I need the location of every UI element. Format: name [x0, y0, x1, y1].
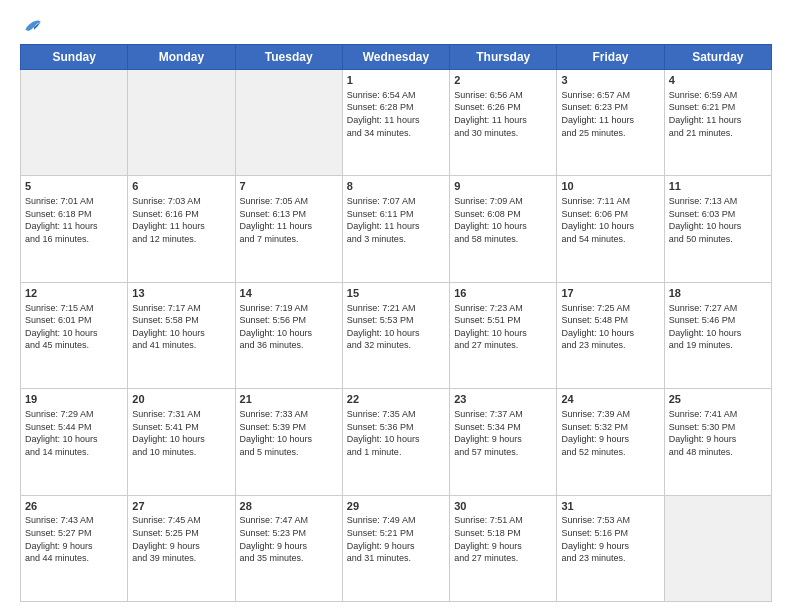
calendar-cell: 18Sunrise: 7:27 AM Sunset: 5:46 PM Dayli… — [664, 282, 771, 388]
calendar-body: 1Sunrise: 6:54 AM Sunset: 6:28 PM Daylig… — [21, 70, 772, 602]
day-number: 14 — [240, 286, 338, 301]
day-number: 31 — [561, 499, 659, 514]
calendar-week-2: 5Sunrise: 7:01 AM Sunset: 6:18 PM Daylig… — [21, 176, 772, 282]
calendar-cell: 28Sunrise: 7:47 AM Sunset: 5:23 PM Dayli… — [235, 495, 342, 601]
calendar-cell: 17Sunrise: 7:25 AM Sunset: 5:48 PM Dayli… — [557, 282, 664, 388]
day-info: Sunrise: 7:03 AM Sunset: 6:16 PM Dayligh… — [132, 195, 230, 245]
day-info: Sunrise: 7:23 AM Sunset: 5:51 PM Dayligh… — [454, 302, 552, 352]
calendar-cell: 27Sunrise: 7:45 AM Sunset: 5:25 PM Dayli… — [128, 495, 235, 601]
calendar: SundayMondayTuesdayWednesdayThursdayFrid… — [20, 44, 772, 602]
calendar-cell: 8Sunrise: 7:07 AM Sunset: 6:11 PM Daylig… — [342, 176, 449, 282]
calendar-cell: 3Sunrise: 6:57 AM Sunset: 6:23 PM Daylig… — [557, 70, 664, 176]
day-info: Sunrise: 7:25 AM Sunset: 5:48 PM Dayligh… — [561, 302, 659, 352]
calendar-cell: 15Sunrise: 7:21 AM Sunset: 5:53 PM Dayli… — [342, 282, 449, 388]
day-info: Sunrise: 7:15 AM Sunset: 6:01 PM Dayligh… — [25, 302, 123, 352]
day-number: 13 — [132, 286, 230, 301]
day-info: Sunrise: 7:07 AM Sunset: 6:11 PM Dayligh… — [347, 195, 445, 245]
page: SundayMondayTuesdayWednesdayThursdayFrid… — [0, 0, 792, 612]
day-number: 2 — [454, 73, 552, 88]
calendar-cell: 16Sunrise: 7:23 AM Sunset: 5:51 PM Dayli… — [450, 282, 557, 388]
day-info: Sunrise: 7:49 AM Sunset: 5:21 PM Dayligh… — [347, 514, 445, 564]
day-number: 6 — [132, 179, 230, 194]
calendar-cell: 20Sunrise: 7:31 AM Sunset: 5:41 PM Dayli… — [128, 389, 235, 495]
calendar-cell: 23Sunrise: 7:37 AM Sunset: 5:34 PM Dayli… — [450, 389, 557, 495]
day-number: 22 — [347, 392, 445, 407]
day-number: 21 — [240, 392, 338, 407]
day-number: 16 — [454, 286, 552, 301]
day-info: Sunrise: 7:01 AM Sunset: 6:18 PM Dayligh… — [25, 195, 123, 245]
day-number: 1 — [347, 73, 445, 88]
day-number: 4 — [669, 73, 767, 88]
calendar-cell: 25Sunrise: 7:41 AM Sunset: 5:30 PM Dayli… — [664, 389, 771, 495]
day-number: 24 — [561, 392, 659, 407]
day-info: Sunrise: 7:47 AM Sunset: 5:23 PM Dayligh… — [240, 514, 338, 564]
day-info: Sunrise: 7:39 AM Sunset: 5:32 PM Dayligh… — [561, 408, 659, 458]
logo-bird-icon — [22, 16, 42, 36]
day-header-friday: Friday — [557, 45, 664, 70]
day-info: Sunrise: 7:17 AM Sunset: 5:58 PM Dayligh… — [132, 302, 230, 352]
calendar-cell: 6Sunrise: 7:03 AM Sunset: 6:16 PM Daylig… — [128, 176, 235, 282]
day-number: 20 — [132, 392, 230, 407]
calendar-cell — [235, 70, 342, 176]
calendar-cell: 1Sunrise: 6:54 AM Sunset: 6:28 PM Daylig… — [342, 70, 449, 176]
calendar-cell: 4Sunrise: 6:59 AM Sunset: 6:21 PM Daylig… — [664, 70, 771, 176]
calendar-cell: 14Sunrise: 7:19 AM Sunset: 5:56 PM Dayli… — [235, 282, 342, 388]
calendar-cell: 26Sunrise: 7:43 AM Sunset: 5:27 PM Dayli… — [21, 495, 128, 601]
calendar-cell: 31Sunrise: 7:53 AM Sunset: 5:16 PM Dayli… — [557, 495, 664, 601]
calendar-cell: 24Sunrise: 7:39 AM Sunset: 5:32 PM Dayli… — [557, 389, 664, 495]
day-number: 5 — [25, 179, 123, 194]
calendar-cell — [128, 70, 235, 176]
day-number: 7 — [240, 179, 338, 194]
calendar-cell: 11Sunrise: 7:13 AM Sunset: 6:03 PM Dayli… — [664, 176, 771, 282]
day-header-sunday: Sunday — [21, 45, 128, 70]
day-number: 26 — [25, 499, 123, 514]
day-number: 9 — [454, 179, 552, 194]
calendar-cell: 10Sunrise: 7:11 AM Sunset: 6:06 PM Dayli… — [557, 176, 664, 282]
calendar-week-5: 26Sunrise: 7:43 AM Sunset: 5:27 PM Dayli… — [21, 495, 772, 601]
day-number: 8 — [347, 179, 445, 194]
calendar-week-3: 12Sunrise: 7:15 AM Sunset: 6:01 PM Dayli… — [21, 282, 772, 388]
day-info: Sunrise: 7:35 AM Sunset: 5:36 PM Dayligh… — [347, 408, 445, 458]
calendar-cell: 19Sunrise: 7:29 AM Sunset: 5:44 PM Dayli… — [21, 389, 128, 495]
calendar-cell — [664, 495, 771, 601]
day-number: 29 — [347, 499, 445, 514]
calendar-header-row: SundayMondayTuesdayWednesdayThursdayFrid… — [21, 45, 772, 70]
day-header-monday: Monday — [128, 45, 235, 70]
calendar-cell: 13Sunrise: 7:17 AM Sunset: 5:58 PM Dayli… — [128, 282, 235, 388]
day-info: Sunrise: 7:05 AM Sunset: 6:13 PM Dayligh… — [240, 195, 338, 245]
day-info: Sunrise: 7:51 AM Sunset: 5:18 PM Dayligh… — [454, 514, 552, 564]
calendar-cell: 7Sunrise: 7:05 AM Sunset: 6:13 PM Daylig… — [235, 176, 342, 282]
day-number: 11 — [669, 179, 767, 194]
calendar-cell: 29Sunrise: 7:49 AM Sunset: 5:21 PM Dayli… — [342, 495, 449, 601]
day-info: Sunrise: 6:56 AM Sunset: 6:26 PM Dayligh… — [454, 89, 552, 139]
day-header-saturday: Saturday — [664, 45, 771, 70]
logo — [20, 16, 42, 36]
day-info: Sunrise: 7:41 AM Sunset: 5:30 PM Dayligh… — [669, 408, 767, 458]
day-info: Sunrise: 7:21 AM Sunset: 5:53 PM Dayligh… — [347, 302, 445, 352]
day-info: Sunrise: 7:13 AM Sunset: 6:03 PM Dayligh… — [669, 195, 767, 245]
day-number: 28 — [240, 499, 338, 514]
day-number: 12 — [25, 286, 123, 301]
day-header-tuesday: Tuesday — [235, 45, 342, 70]
day-number: 10 — [561, 179, 659, 194]
calendar-cell: 12Sunrise: 7:15 AM Sunset: 6:01 PM Dayli… — [21, 282, 128, 388]
day-info: Sunrise: 6:57 AM Sunset: 6:23 PM Dayligh… — [561, 89, 659, 139]
day-number: 23 — [454, 392, 552, 407]
day-info: Sunrise: 7:29 AM Sunset: 5:44 PM Dayligh… — [25, 408, 123, 458]
calendar-cell: 2Sunrise: 6:56 AM Sunset: 6:26 PM Daylig… — [450, 70, 557, 176]
day-number: 25 — [669, 392, 767, 407]
day-info: Sunrise: 6:54 AM Sunset: 6:28 PM Dayligh… — [347, 89, 445, 139]
header — [20, 16, 772, 36]
calendar-cell: 21Sunrise: 7:33 AM Sunset: 5:39 PM Dayli… — [235, 389, 342, 495]
day-number: 27 — [132, 499, 230, 514]
day-info: Sunrise: 7:53 AM Sunset: 5:16 PM Dayligh… — [561, 514, 659, 564]
day-header-wednesday: Wednesday — [342, 45, 449, 70]
day-info: Sunrise: 7:43 AM Sunset: 5:27 PM Dayligh… — [25, 514, 123, 564]
day-number: 19 — [25, 392, 123, 407]
day-info: Sunrise: 7:09 AM Sunset: 6:08 PM Dayligh… — [454, 195, 552, 245]
day-info: Sunrise: 7:45 AM Sunset: 5:25 PM Dayligh… — [132, 514, 230, 564]
calendar-cell: 30Sunrise: 7:51 AM Sunset: 5:18 PM Dayli… — [450, 495, 557, 601]
calendar-week-1: 1Sunrise: 6:54 AM Sunset: 6:28 PM Daylig… — [21, 70, 772, 176]
calendar-cell: 22Sunrise: 7:35 AM Sunset: 5:36 PM Dayli… — [342, 389, 449, 495]
day-number: 3 — [561, 73, 659, 88]
